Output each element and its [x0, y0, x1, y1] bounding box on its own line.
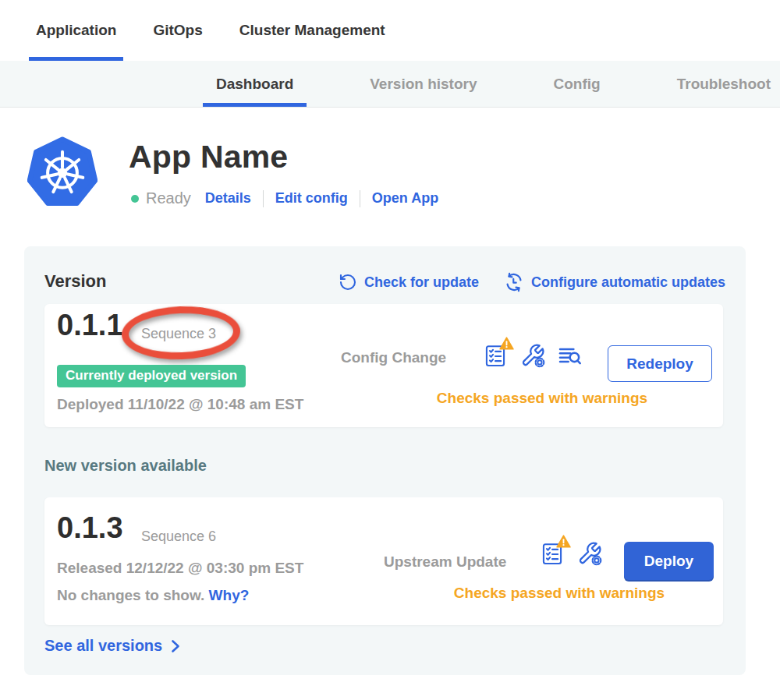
status-dot: [131, 195, 139, 203]
clock-sync-icon: [504, 272, 524, 292]
separator: [360, 190, 360, 207]
configure-automatic-updates-label: Configure automatic updates: [531, 274, 725, 291]
nav-item-application[interactable]: Application: [29, 0, 123, 61]
tab-config[interactable]: Config: [541, 61, 614, 107]
see-all-versions-link[interactable]: See all versions: [44, 637, 183, 655]
page-title: App Name: [129, 139, 288, 175]
version-action-icons: [541, 541, 602, 567]
edit-config-icon[interactable]: [577, 541, 602, 566]
available-version-number: 0.1.3: [57, 511, 123, 545]
chevron-right-icon: [168, 638, 183, 654]
why-link[interactable]: Why?: [209, 587, 250, 603]
version-action-icons: [484, 343, 582, 369]
refresh-icon: [339, 273, 357, 292]
see-all-versions-label: See all versions: [44, 637, 162, 655]
changes-note: No changes to show. Why?: [57, 587, 249, 604]
tab-troubleshoot[interactable]: Troubleshoot: [664, 61, 780, 107]
deploy-button[interactable]: Deploy: [624, 542, 714, 580]
checks-status-text: Checks passed with warnings: [417, 390, 667, 407]
version-panel-title: Version: [44, 271, 106, 292]
configure-automatic-updates-button[interactable]: Configure automatic updates: [504, 272, 725, 292]
new-version-heading: New version available: [44, 457, 207, 475]
available-version-card: 0.1.3 Sequence 6 Released 12/12/22 @ 03:…: [44, 497, 723, 625]
change-type-label: Upstream Update: [384, 553, 506, 571]
app-tabs: Dashboard Version history Config Trouble…: [0, 61, 780, 108]
nav-item-gitops[interactable]: GitOps: [146, 0, 209, 61]
check-for-update-label: Check for update: [364, 274, 479, 291]
status-label: Ready: [146, 189, 191, 207]
view-files-icon[interactable]: [557, 343, 582, 368]
current-version-number: 0.1.1: [57, 309, 123, 342]
open-app-link[interactable]: Open App: [372, 190, 438, 207]
tab-dashboard[interactable]: Dashboard: [203, 61, 307, 107]
kubernetes-logo-icon: [27, 136, 98, 207]
redeploy-button[interactable]: Redeploy: [608, 345, 712, 382]
deployed-timestamp: Deployed 11/10/22 @ 10:48 am EST: [57, 396, 303, 413]
warning-triangle-icon: [556, 535, 571, 548]
preflight-checks-icon[interactable]: [541, 541, 566, 567]
version-panel-actions: Check for update Configure automatic upd…: [339, 272, 725, 292]
version-panel: Version Check for update Con: [24, 246, 746, 675]
separator: [263, 190, 264, 207]
warning-triangle-icon: [499, 337, 514, 350]
app-status-row: Ready Details Edit config Open App: [131, 189, 438, 207]
nav-item-cluster-management[interactable]: Cluster Management: [232, 0, 392, 61]
current-version-sequence: Sequence 3: [141, 326, 216, 342]
edit-config-icon[interactable]: [520, 343, 545, 368]
currently-deployed-badge: Currently deployed version: [57, 365, 246, 387]
released-timestamp: Released 12/12/22 @ 03:30 pm EST: [57, 560, 303, 577]
available-version-sequence: Sequence 6: [141, 529, 216, 545]
edit-config-link[interactable]: Edit config: [275, 190, 348, 207]
primary-nav: Application GitOps Cluster Management: [0, 0, 780, 61]
change-type-label: Config Change: [341, 349, 446, 366]
details-link[interactable]: Details: [205, 190, 251, 207]
preflight-checks-icon[interactable]: [484, 343, 509, 369]
tab-version-history[interactable]: Version history: [356, 61, 490, 107]
current-version-card: 0.1.1 Sequence 3 Currently deployed vers…: [44, 304, 723, 427]
checks-status-text: Checks passed with warnings: [434, 585, 684, 602]
check-for-update-button[interactable]: Check for update: [339, 273, 479, 292]
